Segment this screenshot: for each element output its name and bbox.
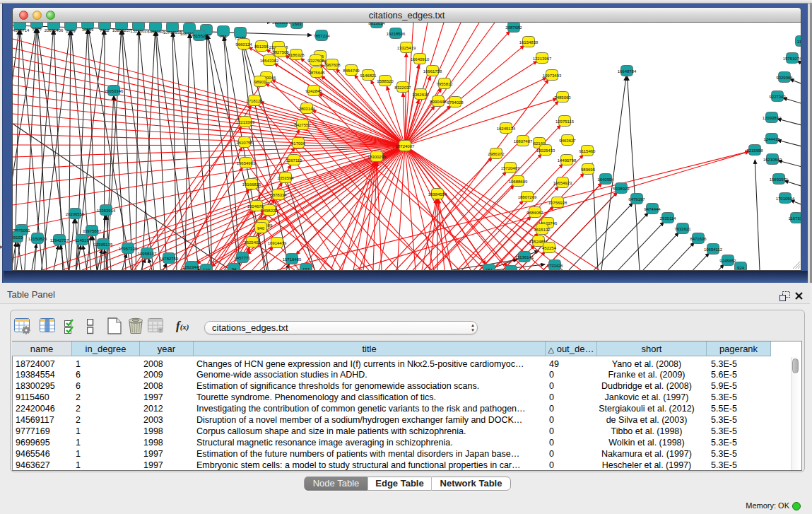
svg-text:9327508: 9327508 xyxy=(307,59,324,63)
svg-text:12150829: 12150829 xyxy=(28,237,47,241)
svg-text:12213369: 12213369 xyxy=(236,120,255,124)
svg-text:10853257: 10853257 xyxy=(112,28,131,33)
svg-text:3267110: 3267110 xyxy=(286,158,303,163)
svg-text:9227343: 9227343 xyxy=(769,95,786,99)
svg-text:1353594: 1353594 xyxy=(277,176,294,180)
svg-text:1640954: 1640954 xyxy=(597,177,614,182)
svg-text:1603: 1603 xyxy=(292,23,302,26)
svg-text:14495798: 14495798 xyxy=(558,158,577,163)
svg-text:8454749: 8454749 xyxy=(343,69,360,73)
svg-text:12505135: 12505135 xyxy=(94,243,113,247)
svg-text:8215958: 8215958 xyxy=(746,148,763,153)
svg-text:173: 173 xyxy=(507,269,515,271)
svg-text:2935114: 2935114 xyxy=(660,216,677,221)
svg-text:10973493: 10973493 xyxy=(543,74,562,78)
svg-text:1527602: 1527602 xyxy=(130,29,147,33)
svg-text:9684067: 9684067 xyxy=(526,211,543,215)
svg-text:2986372: 2986372 xyxy=(488,152,505,156)
svg-text:98901: 98901 xyxy=(254,80,266,84)
svg-text:9115460: 9115460 xyxy=(579,149,596,153)
svg-text:989695: 989695 xyxy=(581,168,596,172)
svg-text:1615132: 1615132 xyxy=(534,228,551,232)
svg-text:15136141: 15136141 xyxy=(515,255,534,259)
svg-text:16543382: 16543382 xyxy=(260,59,279,63)
svg-text:9463627: 9463627 xyxy=(559,139,576,143)
svg-text:16648784: 16648784 xyxy=(618,69,637,74)
svg-text:17957325: 17957325 xyxy=(119,247,138,251)
svg-text:9329966: 9329966 xyxy=(776,76,793,80)
svg-text:13325419: 13325419 xyxy=(397,46,416,50)
svg-text:94: 94 xyxy=(232,267,237,271)
svg-text:12353914: 12353914 xyxy=(97,209,116,213)
svg-text:2087682: 2087682 xyxy=(505,25,522,30)
svg-text:9498222: 9498222 xyxy=(261,209,278,213)
svg-text:1112: 1112 xyxy=(797,40,801,44)
svg-text:9146821: 9146821 xyxy=(360,74,377,78)
svg-text:16961758: 16961758 xyxy=(423,69,442,74)
svg-text:39159: 39159 xyxy=(13,235,23,240)
svg-text:10756928: 10756928 xyxy=(548,201,567,205)
svg-text:19384554: 19384554 xyxy=(428,192,447,197)
svg-text:8813014: 8813014 xyxy=(368,23,385,25)
svg-text:6479197: 6479197 xyxy=(628,197,645,201)
svg-text:2718126: 2718126 xyxy=(246,99,263,103)
svg-text:1588520: 1588520 xyxy=(377,79,394,83)
svg-text:20053346: 20053346 xyxy=(105,89,124,93)
svg-text:2967608: 2967608 xyxy=(324,63,341,67)
svg-text:15692971: 15692971 xyxy=(770,177,789,182)
svg-text:8322037: 8322037 xyxy=(394,86,411,90)
svg-text:9474444: 9474444 xyxy=(644,207,661,211)
svg-text:891295: 891295 xyxy=(254,45,269,49)
svg-text:12975115: 12975115 xyxy=(555,119,575,124)
svg-text:12213967: 12213967 xyxy=(533,57,552,61)
svg-text:114519: 114519 xyxy=(75,238,89,243)
svg-text:16154838: 16154838 xyxy=(519,40,539,45)
svg-text:19166825: 19166825 xyxy=(242,182,261,187)
svg-text:12942757: 12942757 xyxy=(50,238,69,243)
svg-text:16245134: 16245134 xyxy=(497,127,516,131)
svg-text:9827509: 9827509 xyxy=(272,50,289,54)
svg-text:9242845: 9242845 xyxy=(305,89,322,93)
svg-text:17010504: 17010504 xyxy=(776,197,795,201)
svg-text:7412: 7412 xyxy=(100,28,110,33)
svg-text:20691406: 20691406 xyxy=(45,28,64,33)
svg-text:16640910: 16640910 xyxy=(411,57,430,62)
svg-text:16210643: 16210643 xyxy=(763,158,782,162)
svg-text:9660124: 9660124 xyxy=(235,42,252,47)
svg-text:8471636: 8471636 xyxy=(690,237,707,241)
svg-text:8186328: 8186328 xyxy=(288,53,305,57)
svg-text:16914479: 16914479 xyxy=(268,241,287,245)
svg-text:7515526: 7515526 xyxy=(191,34,208,38)
svg-text:19218506: 19218506 xyxy=(387,32,406,36)
svg-text:452254: 452254 xyxy=(542,246,557,250)
svg-text:33975887: 33975887 xyxy=(83,229,102,233)
svg-text:6794028: 6794028 xyxy=(447,100,464,105)
svg-text:5878334: 5878334 xyxy=(270,193,287,197)
svg-text:151: 151 xyxy=(486,268,493,271)
svg-text:10958107: 10958107 xyxy=(138,252,157,256)
svg-text:1167534: 1167534 xyxy=(789,216,801,221)
svg-text:129: 129 xyxy=(203,268,211,271)
svg-text:19654983: 19654983 xyxy=(237,161,256,165)
svg-text:16033809: 16033809 xyxy=(272,23,291,25)
svg-text:7485063: 7485063 xyxy=(554,95,571,100)
svg-text:8427552: 8427552 xyxy=(294,123,311,127)
svg-text:1610755: 1610755 xyxy=(236,141,253,145)
svg-text:18807269: 18807269 xyxy=(518,195,537,199)
svg-text:7625402: 7625402 xyxy=(244,240,261,245)
svg-text:18724007: 18724007 xyxy=(396,144,415,148)
svg-text:3875645: 3875645 xyxy=(308,71,325,75)
svg-text:15751074: 15751074 xyxy=(783,57,801,61)
svg-text:19654923: 19654923 xyxy=(553,181,572,185)
svg-text:9245652: 9245652 xyxy=(719,259,736,263)
svg-text:10688609: 10688609 xyxy=(509,180,528,184)
svg-text:12923446: 12923446 xyxy=(182,265,201,269)
svg-text:1405: 1405 xyxy=(32,27,42,31)
svg-text:14055714: 14055714 xyxy=(13,28,30,33)
svg-text:15720407: 15720407 xyxy=(501,166,520,170)
svg-text:7857224: 7857224 xyxy=(313,34,330,38)
svg-text:2803144: 2803144 xyxy=(298,107,315,111)
svg-text:10025433: 10025433 xyxy=(536,148,555,153)
svg-text:9457771: 9457771 xyxy=(234,256,251,260)
svg-text:10654112: 10654112 xyxy=(704,247,723,252)
